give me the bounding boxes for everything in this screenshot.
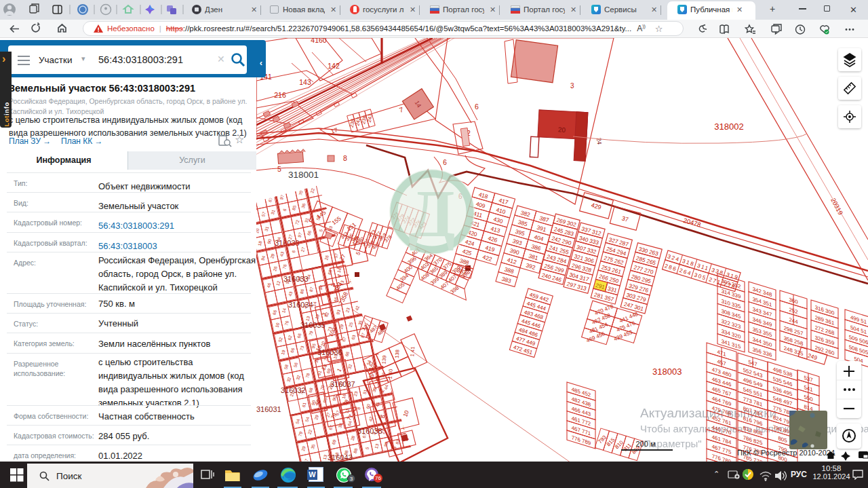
svg-text:1 41: 1 41 <box>409 346 416 356</box>
svg-text:316034: 316034 <box>288 301 313 309</box>
svg-text:316038: 316038 <box>357 427 382 435</box>
svg-text:138: 138 <box>394 350 401 358</box>
svg-text:316037: 316037 <box>330 380 355 388</box>
svg-text:316035: 316035 <box>300 321 326 329</box>
svg-text:3: 3 <box>570 82 574 90</box>
svg-text:143: 143 <box>299 78 311 86</box>
svg-text:318003: 318003 <box>652 367 682 377</box>
svg-text:318002: 318002 <box>714 121 743 132</box>
svg-text:318001: 318001 <box>288 170 319 180</box>
svg-text:316033: 316033 <box>283 275 309 283</box>
svg-text:8: 8 <box>343 154 347 162</box>
svg-text:216: 216 <box>274 91 286 99</box>
svg-text:142: 142 <box>328 62 340 70</box>
svg-text:Д: Д <box>409 176 456 251</box>
svg-text:20: 20 <box>558 126 566 134</box>
svg-text:5: 5 <box>277 165 281 173</box>
svg-text:316036: 316036 <box>317 348 342 356</box>
svg-text:140: 140 <box>374 375 381 384</box>
svg-text:139: 139 <box>381 355 388 364</box>
svg-text:200 м: 200 м <box>636 440 656 448</box>
svg-text:1 40: 1 40 <box>387 369 394 379</box>
svg-text:142: 142 <box>368 361 374 370</box>
svg-text:4160: 4160 <box>311 38 327 44</box>
svg-text:ПКК © Росреестр 2010-2024: ПКК © Росреестр 2010-2024 <box>737 449 835 457</box>
svg-text:316043: 316043 <box>328 453 353 462</box>
svg-text:6: 6 <box>443 159 447 166</box>
svg-text:316032: 316032 <box>281 386 306 394</box>
svg-text:24: 24 <box>595 137 603 145</box>
svg-text:6: 6 <box>475 102 479 111</box>
